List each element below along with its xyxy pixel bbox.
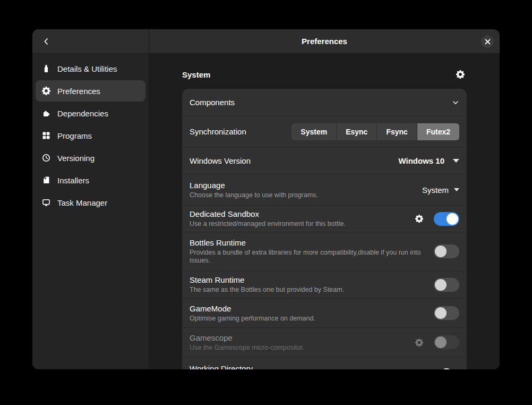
- gamemode-switch[interactable]: [434, 306, 459, 320]
- row-title: Components: [190, 98, 444, 107]
- sidebar-item-label: Preferences: [57, 87, 100, 96]
- row-title: Windows Version: [190, 156, 391, 165]
- windows-version-row[interactable]: Windows Version Windows 10: [182, 147, 467, 174]
- sync-option-fsync[interactable]: Fsync: [376, 123, 416, 140]
- row-subtitle: Optimise gaming performance on demand.: [190, 315, 426, 323]
- grid-icon: [42, 131, 50, 140]
- synchronization-row: Synchronization System Esync Fsync Futex…: [182, 116, 467, 147]
- sidebar-item-label: Programs: [57, 131, 92, 140]
- gear-icon: [415, 339, 423, 347]
- gear-icon: [42, 87, 50, 95]
- switch-knob: [435, 336, 447, 348]
- row-subtitle: The same as the Bottles one but provided…: [190, 286, 426, 294]
- dropdown-value: System: [422, 185, 449, 195]
- installer-icon: [42, 176, 50, 184]
- caret-down-icon: [454, 188, 459, 191]
- headerbar: Preferences: [149, 29, 500, 54]
- row-subtitle: Use a restricted/managed environment for…: [190, 220, 405, 228]
- sidebar-item-label: Task Manager: [57, 198, 107, 207]
- row-title: Steam Runtime: [190, 275, 426, 284]
- switch-knob: [435, 279, 447, 291]
- switch-knob: [447, 213, 458, 225]
- steam-runtime-switch[interactable]: [434, 278, 459, 292]
- dedicated-sandbox-row: Dedicated Sandbox Use a restricted/manag…: [182, 205, 467, 232]
- sidebar-item-versioning[interactable]: Versioning: [36, 147, 145, 168]
- gamescope-settings-button: [413, 336, 425, 349]
- bottle-icon: [42, 64, 50, 73]
- sidebar-item-dependencies[interactable]: Dependencies: [36, 103, 145, 124]
- switch-knob: [435, 246, 447, 257]
- content-pane: Preferences System C: [149, 29, 500, 369]
- sidebar-item-programs[interactable]: Programs: [36, 125, 145, 146]
- dedicated-sandbox-switch[interactable]: [434, 212, 459, 226]
- group-header: System: [182, 69, 467, 80]
- switch-knob: [435, 307, 447, 319]
- gear-icon: [456, 70, 465, 79]
- back-button[interactable]: [38, 33, 55, 50]
- row-subtitle: Use the Gamescope micro-compositor.: [190, 344, 405, 352]
- gamemode-row: GameMode Optimise gaming performance on …: [182, 298, 467, 327]
- language-dropdown[interactable]: System: [422, 185, 459, 195]
- dropdown-value: Windows 10: [398, 156, 444, 165]
- sidebar-list: Details & Utilities Preferences Dependen…: [32, 54, 149, 217]
- sync-option-esync[interactable]: Esync: [336, 123, 376, 140]
- sidebar-item-details-utilities[interactable]: Details & Utilities: [36, 58, 145, 79]
- row-title: Gamescope: [190, 333, 405, 342]
- chevron-left-icon: [42, 37, 50, 46]
- row-subtitle: Choose the language to use with programs…: [190, 191, 415, 199]
- group-settings-button[interactable]: [454, 68, 467, 81]
- sidebar-item-installers[interactable]: Installers: [36, 170, 145, 191]
- windows-version-dropdown[interactable]: Windows 10: [398, 156, 459, 165]
- sidebar-item-preferences[interactable]: Preferences: [36, 80, 145, 102]
- sidebar: Details & Utilities Preferences Dependen…: [32, 29, 149, 369]
- monitor-icon: [42, 198, 50, 207]
- gamescope-row: Gamescope Use the Gamescope micro-compos…: [182, 327, 467, 357]
- sidebar-item-label: Versioning: [57, 154, 95, 163]
- close-button[interactable]: [481, 35, 494, 48]
- sidebar-item-label: Details & Utilities: [57, 64, 117, 73]
- chevron-down-icon: [452, 99, 459, 106]
- caret-down-icon: [453, 159, 459, 163]
- gear-icon: [415, 215, 423, 223]
- row-title: Dedicated Sandbox: [190, 209, 405, 218]
- sidebar-item-label: Dependencies: [57, 109, 108, 118]
- components-expander-row[interactable]: Components: [182, 89, 467, 116]
- sidebar-headerbar: [32, 29, 149, 54]
- row-title: Language: [190, 181, 415, 190]
- sandbox-settings-button[interactable]: [413, 213, 425, 225]
- gamescope-switch: [434, 335, 459, 349]
- row-subtitle: Provides a bundle of extra libraries for…: [190, 249, 426, 265]
- bottles-runtime-switch[interactable]: [434, 244, 459, 258]
- clock-icon: [42, 154, 50, 162]
- row-title: GameMode: [190, 304, 426, 313]
- sync-option-futex2[interactable]: Futex2: [417, 123, 459, 140]
- window-title: Preferences: [302, 37, 347, 46]
- row-title: Working Directory: [190, 364, 452, 369]
- puzzle-icon: [42, 109, 50, 117]
- preferences-page: System Components: [149, 54, 500, 369]
- row-title: Bottles Runtime: [190, 238, 426, 247]
- sidebar-item-task-manager[interactable]: Task Manager: [36, 192, 145, 213]
- row-title: Synchronization: [190, 127, 284, 136]
- preferences-window: Details & Utilities Preferences Dependen…: [32, 29, 500, 369]
- group-title: System: [182, 70, 210, 79]
- language-row[interactable]: Language Choose the language to use with…: [182, 174, 467, 205]
- synchronization-toggle-group: System Esync Fsync Futex2: [291, 123, 459, 140]
- settings-card: Components Synchronization System Esync …: [182, 89, 467, 369]
- bottles-runtime-row: Bottles Runtime Provides a bundle of ext…: [182, 232, 467, 271]
- sync-option-system[interactable]: System: [291, 123, 336, 140]
- steam-runtime-row: Steam Runtime The same as the Bottles on…: [182, 271, 467, 298]
- working-directory-row[interactable]: Working Directory: [182, 357, 467, 369]
- sidebar-item-label: Installers: [57, 176, 89, 185]
- close-icon: [485, 39, 491, 45]
